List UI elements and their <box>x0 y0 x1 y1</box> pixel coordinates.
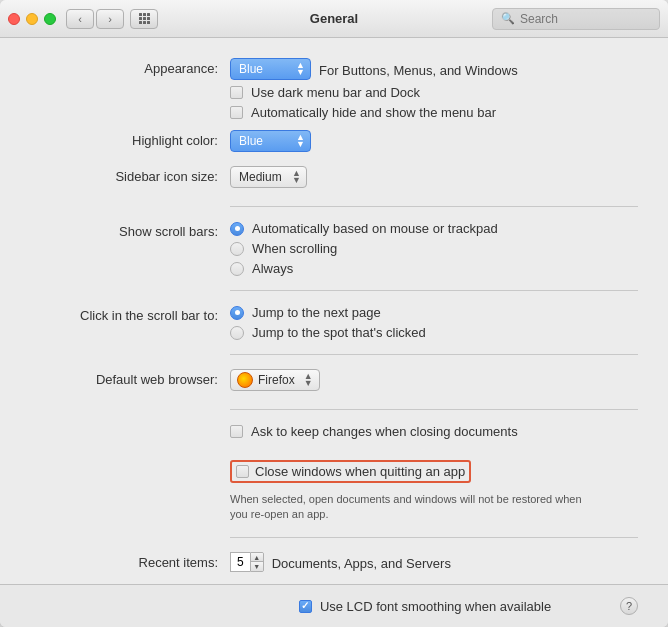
dark-menu-checkbox[interactable] <box>230 86 243 99</box>
sidebar-icon-size-label: Sidebar icon size: <box>30 166 230 184</box>
sidebar-size-select-wrapper: Small Medium Large ▲▼ <box>230 166 307 188</box>
scroll-always-row: Always <box>230 261 638 276</box>
close-windows-label: Close windows when quitting an app <box>255 464 465 479</box>
recent-items-value: 5 <box>230 552 250 572</box>
auto-hide-checkbox[interactable] <box>230 106 243 119</box>
highlight-select-wrapper: Blue Gold Graphite Green Orange Pink Pur… <box>230 130 311 152</box>
bottom-bar: ✓ Use LCD font smoothing when available … <box>0 584 668 627</box>
scroll-when-row: When scrolling <box>230 241 638 256</box>
recent-items-stepper-arrows: ▲ ▼ <box>250 552 264 572</box>
divider-4 <box>230 409 638 410</box>
divider-5 <box>230 537 638 538</box>
browser-value: Firefox <box>258 373 295 387</box>
highlight-color-control-row: Blue Gold Graphite Green Orange Pink Pur… <box>230 130 638 152</box>
auto-hide-row: Automatically hide and show the menu bar <box>230 105 638 120</box>
settings-content: Appearance: Blue Graphite ▲▼ For Buttons… <box>0 38 668 584</box>
traffic-lights <box>8 13 56 25</box>
click-next-page-radio[interactable] <box>230 306 244 320</box>
appearance-select-wrapper: Blue Graphite ▲▼ <box>230 58 311 80</box>
default-browser-label: Default web browser: <box>30 369 230 387</box>
recent-items-stepper: 5 ▲ ▼ <box>230 552 264 572</box>
ask-keep-changes-label-spacer <box>30 424 230 427</box>
ask-keep-changes-row: Ask to keep changes when closing documen… <box>30 424 638 450</box>
highlight-color-select[interactable]: Blue Gold Graphite Green Orange Pink Pur… <box>230 130 311 152</box>
browser-select-display[interactable]: Firefox ▲▼ <box>230 369 320 391</box>
recent-items-description: Documents, Apps, and Servers <box>272 553 451 571</box>
click-spot-row: Jump to the spot that's clicked <box>230 325 638 340</box>
close-button[interactable] <box>8 13 20 25</box>
close-windows-control-row: Close windows when quitting an app <box>230 460 638 483</box>
divider-2 <box>230 290 638 291</box>
titlebar: ‹ › General 🔍 <box>0 0 668 38</box>
appearance-control-row: Blue Graphite ▲▼ For Buttons, Menus, and… <box>230 58 638 80</box>
close-windows-highlight-box: Close windows when quitting an app <box>230 460 471 483</box>
recent-items-control: 5 ▲ ▼ Documents, Apps, and Servers <box>230 552 638 572</box>
close-windows-checkbox[interactable] <box>236 465 249 478</box>
search-icon: 🔍 <box>501 12 515 25</box>
grid-view-button[interactable] <box>130 9 158 29</box>
grid-icon <box>139 13 150 24</box>
highlight-color-row: Highlight color: Blue Gold Graphite Gree… <box>30 130 638 156</box>
browser-arrow-icon: ▲▼ <box>304 373 313 387</box>
recent-items-increment[interactable]: ▲ <box>251 553 263 563</box>
divider-1 <box>230 206 638 207</box>
click-next-page-label: Jump to the next page <box>252 305 381 320</box>
default-browser-control: Firefox ▲▼ <box>230 369 638 391</box>
nav-buttons: ‹ › <box>66 9 124 29</box>
appearance-description: For Buttons, Menus, and Windows <box>319 60 518 78</box>
click-spot-radio[interactable] <box>230 326 244 340</box>
lcd-smoothing-checkbox[interactable]: ✓ <box>299 600 312 613</box>
lcd-smoothing-label: Use LCD font smoothing when available <box>320 599 551 614</box>
help-button[interactable]: ? <box>620 597 638 615</box>
close-windows-control: Close windows when quitting an app When … <box>230 460 638 523</box>
click-scroll-bar-control: Jump to the next page Jump to the spot t… <box>230 305 638 340</box>
click-next-page-row: Jump to the next page <box>230 305 638 320</box>
default-browser-row: Default web browser: Firefox ▲▼ <box>30 369 638 395</box>
browser-select-wrapper: Firefox ▲▼ <box>230 369 320 391</box>
close-windows-label-spacer <box>30 460 230 463</box>
scroll-when-label: When scrolling <box>252 241 337 256</box>
click-scroll-bar-label: Click in the scroll bar to: <box>30 305 230 323</box>
appearance-row: Appearance: Blue Graphite ▲▼ For Buttons… <box>30 58 638 120</box>
scroll-always-radio[interactable] <box>230 262 244 276</box>
system-preferences-window: ‹ › General 🔍 Appearance: Blu <box>0 0 668 627</box>
scroll-auto-row: Automatically based on mouse or trackpad <box>230 221 638 236</box>
minimize-button[interactable] <box>26 13 38 25</box>
scroll-auto-label: Automatically based on mouse or trackpad <box>252 221 498 236</box>
ask-keep-changes-control: Ask to keep changes when closing documen… <box>230 424 638 439</box>
default-browser-control-row: Firefox ▲▼ <box>230 369 638 391</box>
checkmark-icon: ✓ <box>301 601 309 611</box>
close-windows-description: When selected, open documents and window… <box>230 492 590 523</box>
sidebar-icon-size-select[interactable]: Small Medium Large <box>230 166 307 188</box>
search-bar[interactable]: 🔍 <box>492 8 660 30</box>
ask-keep-changes-checkbox[interactable] <box>230 425 243 438</box>
scroll-when-radio[interactable] <box>230 242 244 256</box>
highlight-color-label: Highlight color: <box>30 130 230 148</box>
dark-menu-row: Use dark menu bar and Dock <box>230 85 638 100</box>
search-input[interactable] <box>520 12 651 26</box>
ask-keep-changes-control-row: Ask to keep changes when closing documen… <box>230 424 638 439</box>
sidebar-icon-size-control: Small Medium Large ▲▼ <box>230 166 638 188</box>
show-scroll-bars-label: Show scroll bars: <box>30 221 230 239</box>
recent-items-label: Recent items: <box>30 552 230 570</box>
click-scroll-bar-row: Click in the scroll bar to: Jump to the … <box>30 305 638 340</box>
lcd-smoothing-row: ✓ Use LCD font smoothing when available <box>238 599 612 614</box>
window-title: General <box>310 11 358 26</box>
maximize-button[interactable] <box>44 13 56 25</box>
scroll-auto-radio[interactable] <box>230 222 244 236</box>
highlight-color-control: Blue Gold Graphite Green Orange Pink Pur… <box>230 130 638 152</box>
dark-menu-label: Use dark menu bar and Dock <box>251 85 420 100</box>
auto-hide-label: Automatically hide and show the menu bar <box>251 105 496 120</box>
click-spot-label: Jump to the spot that's clicked <box>252 325 426 340</box>
back-button[interactable]: ‹ <box>66 9 94 29</box>
appearance-label: Appearance: <box>30 58 230 76</box>
sidebar-icon-size-control-row: Small Medium Large ▲▼ <box>230 166 638 188</box>
recent-items-decrement[interactable]: ▼ <box>251 562 263 571</box>
appearance-select[interactable]: Blue Graphite <box>230 58 311 80</box>
appearance-control: Blue Graphite ▲▼ For Buttons, Menus, and… <box>230 58 638 120</box>
forward-button[interactable]: › <box>96 9 124 29</box>
recent-items-row: Recent items: 5 ▲ ▼ Documents, Apps, and… <box>30 552 638 578</box>
show-scroll-bars-control: Automatically based on mouse or trackpad… <box>230 221 638 276</box>
sidebar-icon-size-row: Sidebar icon size: Small Medium Large ▲▼ <box>30 166 638 192</box>
firefox-icon <box>237 372 253 388</box>
